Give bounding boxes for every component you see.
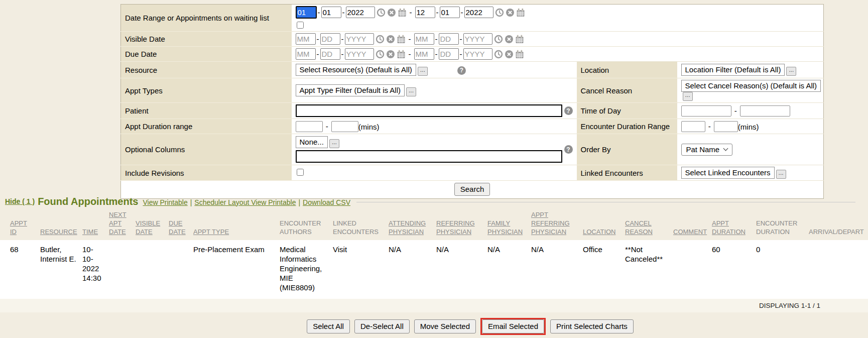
column-header-appt-referring-physician[interactable]: APPT REFERRING PHYSICIAN bbox=[531, 210, 583, 240]
calendar-picker-icon[interactable] bbox=[397, 35, 406, 44]
appt-duration-min-input[interactable] bbox=[296, 121, 323, 132]
time-of-day-from-input[interactable] bbox=[681, 105, 731, 117]
patient-help-icon[interactable]: ? bbox=[564, 106, 573, 115]
cancel-reason-select[interactable]: Select Cancel Reason(s) (Default is All) bbox=[681, 80, 821, 92]
scheduler-layout-view-printable-link[interactable]: Scheduler Layout View Printable bbox=[194, 198, 296, 206]
date-from-month-input[interactable] bbox=[296, 6, 317, 19]
resource-select[interactable]: Select Resource(s) (Default is All) bbox=[296, 64, 416, 76]
order-by-select[interactable]: Pat Name bbox=[681, 144, 733, 156]
calendar-picker-icon[interactable] bbox=[397, 50, 406, 59]
date-to-year-input[interactable] bbox=[464, 7, 493, 18]
column-header-label[interactable]: REFERRING PHYSICIAN bbox=[436, 219, 475, 236]
column-header-label[interactable]: APPT REFERRING PHYSICIAN bbox=[531, 211, 570, 236]
column-header-visible-date[interactable]: VISIBLE DATE bbox=[136, 210, 169, 240]
clear-date-icon[interactable] bbox=[505, 35, 514, 44]
due-from-day-input[interactable] bbox=[320, 48, 340, 60]
column-header-attending-physician[interactable]: ATTENDING PHYSICIAN bbox=[389, 210, 436, 240]
due-from-year-input[interactable] bbox=[345, 48, 374, 60]
column-header-resource[interactable]: RESOURCE bbox=[40, 210, 82, 240]
column-header-location[interactable]: LOCATION bbox=[583, 210, 625, 240]
column-header-label[interactable]: FAMILY PHYSICIAN bbox=[487, 219, 523, 236]
optional-columns-select[interactable]: None... bbox=[296, 136, 328, 148]
visible-to-month-input[interactable] bbox=[414, 33, 434, 45]
linked-encounters-more-button[interactable]: ... bbox=[776, 170, 786, 179]
column-header-label[interactable]: APPT TYPE bbox=[193, 228, 229, 236]
clear-date-icon[interactable] bbox=[386, 35, 395, 44]
cancel-reason-more-button[interactable]: ... bbox=[683, 92, 693, 101]
move-selected-button[interactable]: Move Selected bbox=[414, 319, 476, 333]
date-to-month-input[interactable] bbox=[415, 7, 435, 18]
date-to-day-input[interactable] bbox=[440, 7, 460, 18]
resource-more-button[interactable]: ... bbox=[418, 67, 428, 76]
appt-types-select[interactable]: Appt Type Filter (Default is All) bbox=[296, 84, 405, 96]
column-header-label[interactable]: CANCEL REASON bbox=[625, 219, 653, 236]
column-header-family-physician[interactable]: FAMILY PHYSICIAN bbox=[487, 210, 531, 240]
calendar-picker-icon[interactable] bbox=[515, 50, 524, 59]
deselect-all-button[interactable]: De-Select All bbox=[354, 319, 410, 333]
appt-duration-max-input[interactable] bbox=[331, 121, 358, 132]
column-header-label[interactable]: COMMENT bbox=[673, 228, 707, 236]
clear-date-icon[interactable] bbox=[386, 50, 395, 59]
visible-from-month-input[interactable] bbox=[296, 33, 316, 45]
time-picker-icon[interactable] bbox=[494, 35, 503, 44]
appointment-row[interactable]: 68Butler, Internist E.10-10-2022 14:30Pr… bbox=[0, 240, 868, 299]
column-header-appt-id[interactable]: APPT ID bbox=[0, 210, 40, 240]
clear-date-icon[interactable] bbox=[506, 8, 515, 17]
column-header-due-date[interactable]: DUE DATE bbox=[169, 210, 193, 240]
column-header-label[interactable]: DUE DATE bbox=[169, 219, 186, 236]
column-header-label[interactable]: VISIBLE DATE bbox=[136, 219, 160, 236]
visible-to-day-input[interactable] bbox=[439, 33, 459, 45]
optional-columns-input[interactable] bbox=[296, 150, 562, 163]
print-selected-charts-button[interactable]: Print Selected Charts bbox=[550, 319, 634, 333]
column-header-referring-physician[interactable]: REFERRING PHYSICIAN bbox=[436, 210, 487, 240]
column-header-label[interactable]: RESOURCE bbox=[40, 228, 77, 236]
hide-results-link[interactable]: Hide ( 1 ) bbox=[5, 197, 35, 205]
select-all-button[interactable]: Select All bbox=[307, 319, 350, 333]
visible-from-year-input[interactable] bbox=[345, 33, 374, 45]
time-picker-icon[interactable] bbox=[376, 35, 385, 44]
column-header-label[interactable]: APPT DURATION bbox=[712, 219, 746, 236]
linked-encounters-select[interactable]: Select Linked Encounters bbox=[681, 167, 775, 179]
column-header-comment[interactable]: COMMENT bbox=[673, 210, 712, 240]
appt-types-more-button[interactable]: ... bbox=[406, 87, 416, 96]
column-header-cancel-reason[interactable]: CANCEL REASON bbox=[625, 210, 673, 240]
waiting-list-checkbox[interactable] bbox=[297, 22, 304, 29]
column-header-label[interactable]: NEXT APT DATE bbox=[109, 211, 127, 236]
column-header-label[interactable]: LOCATION bbox=[583, 228, 616, 236]
include-revisions-checkbox[interactable] bbox=[297, 169, 304, 176]
date-from-day-input[interactable] bbox=[321, 7, 341, 18]
column-header-appt-type[interactable]: APPT TYPE bbox=[193, 210, 280, 240]
time-picker-icon[interactable] bbox=[376, 50, 385, 59]
calendar-picker-icon[interactable] bbox=[515, 35, 524, 44]
column-header-label[interactable]: APPT ID bbox=[10, 219, 27, 236]
column-header-time[interactable]: TIME bbox=[82, 210, 109, 240]
resource-help-icon[interactable]: ? bbox=[457, 66, 466, 75]
encounter-duration-min-input[interactable] bbox=[681, 121, 705, 132]
due-to-day-input[interactable] bbox=[439, 48, 459, 60]
optional-columns-help-icon[interactable]: ? bbox=[564, 145, 573, 154]
optional-columns-more-button[interactable]: ... bbox=[329, 139, 339, 148]
column-header-appt-duration[interactable]: APPT DURATION bbox=[712, 210, 756, 240]
calendar-picker-icon[interactable] bbox=[516, 8, 525, 17]
visible-to-year-input[interactable] bbox=[463, 33, 492, 45]
column-header-label[interactable]: ATTENDING PHYSICIAN bbox=[389, 219, 426, 236]
clear-date-icon[interactable] bbox=[505, 50, 514, 59]
clear-date-icon[interactable] bbox=[387, 8, 396, 17]
visible-from-day-input[interactable] bbox=[320, 33, 340, 45]
time-picker-icon[interactable] bbox=[494, 50, 503, 59]
encounter-duration-max-input[interactable] bbox=[714, 121, 738, 132]
view-printable-link[interactable]: View Printable bbox=[143, 198, 187, 206]
column-header-label[interactable]: TIME bbox=[82, 228, 98, 236]
time-picker-icon[interactable] bbox=[495, 8, 504, 17]
time-of-day-to-input[interactable] bbox=[740, 105, 790, 117]
due-to-month-input[interactable] bbox=[414, 48, 434, 60]
patient-input[interactable] bbox=[296, 104, 562, 117]
calendar-picker-icon[interactable] bbox=[398, 8, 407, 17]
download-csv-link[interactable]: Download CSV bbox=[303, 198, 350, 206]
time-picker-icon[interactable] bbox=[377, 8, 386, 17]
email-selected-button[interactable]: Email Selected bbox=[482, 319, 544, 333]
due-from-month-input[interactable] bbox=[296, 48, 316, 60]
date-from-year-input[interactable] bbox=[346, 7, 375, 18]
location-select[interactable]: Location Filter (Default is All) bbox=[681, 64, 785, 76]
location-more-button[interactable]: ... bbox=[786, 67, 796, 76]
